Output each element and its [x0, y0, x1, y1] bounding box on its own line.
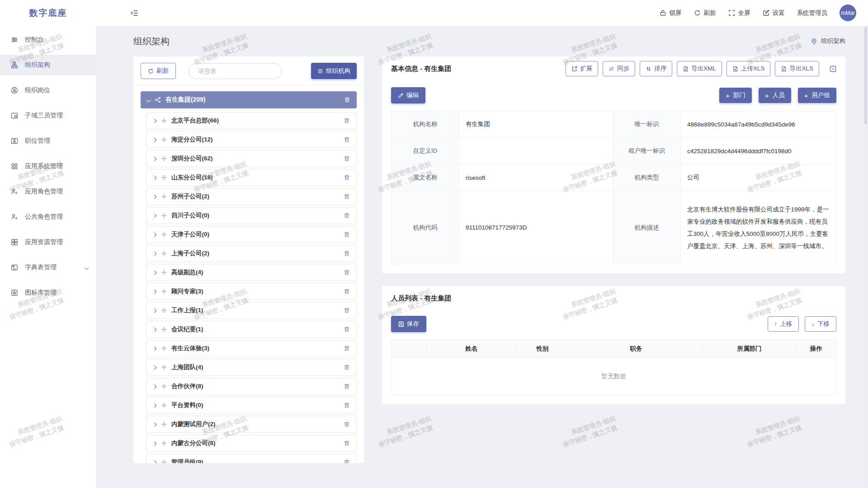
- field-value: 有生集团: [459, 111, 613, 138]
- chevron-right-icon[interactable]: [152, 422, 157, 427]
- sidebar-item-dictionary[interactable]: 字典表管理: [0, 257, 96, 278]
- chevron-right-icon[interactable]: [152, 403, 157, 408]
- delete-icon[interactable]: [344, 345, 350, 352]
- delete-icon[interactable]: [344, 250, 350, 257]
- chevron-right-icon[interactable]: [152, 441, 157, 446]
- tree-node[interactable]: 有生云体验(3): [146, 340, 357, 357]
- move-down-button[interactable]: ↓下移: [805, 316, 836, 332]
- tree-refresh-label: 刷新: [156, 67, 169, 75]
- delete-icon[interactable]: [344, 326, 350, 333]
- delete-icon[interactable]: [344, 288, 350, 295]
- tree-node[interactable]: 上海团队(4): [146, 359, 357, 376]
- add-person-button[interactable]: +人员: [759, 88, 791, 103]
- chevron-right-icon[interactable]: [152, 308, 157, 313]
- delete-icon[interactable]: [344, 269, 350, 276]
- tree-node[interactable]: 苏州子公司(2): [146, 188, 357, 205]
- sidebar-item-position-mgmt[interactable]: 职位管理: [0, 131, 96, 151]
- sidebar-item-app-resource[interactable]: 应用资源管理: [0, 232, 96, 253]
- chevron-right-icon[interactable]: [152, 137, 157, 142]
- sidebar-item-org-post[interactable]: 组织岗位: [0, 80, 96, 101]
- tree-node[interactable]: 四川子公司(0): [146, 207, 357, 224]
- sidebar-item-app-role[interactable]: 应用角色管理: [0, 181, 96, 202]
- org-structure-button[interactable]: 组织机构: [311, 63, 357, 79]
- search-input[interactable]: [198, 68, 278, 75]
- page-scrollbar[interactable]: [863, 26, 868, 488]
- move-up-button[interactable]: ↑上移: [768, 316, 799, 332]
- refresh-button[interactable]: 刷新: [694, 9, 716, 17]
- tree-node[interactable]: 海淀分公司(12): [146, 131, 357, 148]
- save-button[interactable]: 保存: [391, 316, 426, 332]
- sync-button[interactable]: 同步: [603, 61, 635, 76]
- tree-node[interactable]: 山东分公司(18): [146, 169, 357, 186]
- avatar[interactable]: mMar: [840, 5, 856, 21]
- delete-icon[interactable]: [344, 402, 350, 408]
- tree-node[interactable]: 工作上报(1): [146, 302, 357, 319]
- tree-node[interactable]: 合作伙伴(8): [146, 378, 357, 395]
- chevron-right-icon[interactable]: [152, 213, 157, 218]
- settings-button[interactable]: 设置: [763, 9, 785, 17]
- tree-node[interactable]: 高级副总(4): [146, 264, 357, 281]
- expand-button[interactable]: 扩展: [566, 61, 598, 76]
- delete-icon[interactable]: [344, 364, 350, 371]
- chevron-right-icon[interactable]: [152, 346, 157, 351]
- chevron-right-icon[interactable]: [152, 118, 157, 123]
- sidebar-item-console[interactable]: 控制台: [0, 29, 96, 50]
- fullscreen-button[interactable]: 全屏: [728, 9, 750, 17]
- chevron-right-icon[interactable]: [152, 289, 157, 294]
- edit-button[interactable]: 编辑: [391, 87, 425, 103]
- chevron-right-icon[interactable]: [152, 327, 157, 332]
- sidebar-item-public-role[interactable]: 公共角色管理: [0, 206, 96, 227]
- delete-icon[interactable]: [344, 193, 350, 200]
- delete-icon[interactable]: [344, 174, 350, 181]
- chevron-down-icon[interactable]: [146, 98, 151, 102]
- scrollbar-thumb[interactable]: [864, 27, 867, 124]
- tree-node[interactable]: 上海子公司(2): [146, 245, 357, 262]
- upload-xls-button[interactable]: 上传XLS: [726, 61, 771, 76]
- chevron-right-icon[interactable]: [152, 251, 157, 256]
- export-xls-button[interactable]: 导出XLS: [775, 61, 819, 76]
- tree-node[interactable]: 天津子公司(0): [146, 226, 357, 243]
- delete-icon[interactable]: [344, 97, 350, 103]
- add-user-group-button[interactable]: +用户组: [798, 88, 836, 103]
- add-department-button[interactable]: +部门: [719, 88, 752, 103]
- export-xml-button[interactable]: 导出XML: [677, 61, 722, 76]
- chevron-right-icon[interactable]: [152, 194, 157, 199]
- collapse-panel-icon[interactable]: [830, 66, 836, 72]
- sidebar-item-icon-library[interactable]: 图标库管理: [0, 282, 96, 303]
- delete-icon[interactable]: [344, 421, 350, 427]
- chevron-right-icon[interactable]: [152, 156, 157, 161]
- chevron-right-icon[interactable]: [152, 232, 157, 237]
- delete-icon[interactable]: [344, 383, 350, 389]
- tree-node[interactable]: 平台资料(0): [146, 397, 357, 414]
- tree-node[interactable]: 深圳分公司(62): [146, 150, 357, 167]
- chevron-right-icon[interactable]: [152, 460, 157, 463]
- delete-icon[interactable]: [344, 307, 350, 314]
- tree-node[interactable]: 顾问专家(3): [146, 283, 357, 300]
- delete-icon[interactable]: [344, 155, 350, 162]
- chevron-right-icon[interactable]: [152, 384, 157, 389]
- sidebar-item-org-structure[interactable]: 组织架构: [0, 55, 96, 75]
- tree-node[interactable]: 管理员组(9): [146, 454, 357, 463]
- tree-root-node[interactable]: 有生集团(209): [141, 91, 357, 108]
- chevron-right-icon[interactable]: [152, 365, 157, 370]
- lock-screen-button[interactable]: 锁屏: [660, 9, 682, 17]
- delete-icon[interactable]: [344, 136, 350, 143]
- chevron-right-icon[interactable]: [152, 270, 157, 275]
- current-user[interactable]: 系统管理员: [797, 9, 828, 17]
- basic-info-card: 基本信息 - 有生集团 扩展 同步: [382, 56, 845, 273]
- chevron-right-icon[interactable]: [152, 175, 157, 180]
- menu-fold-icon[interactable]: [131, 9, 138, 17]
- tree-node[interactable]: 内蒙测试用户(2): [146, 416, 357, 433]
- delete-icon[interactable]: [344, 459, 350, 463]
- tree-node[interactable]: 北京平台总部(66): [146, 112, 357, 129]
- sort-button[interactable]: 排序: [640, 61, 672, 76]
- sidebar-item-subdomain-admin[interactable]: 子域三员管理: [0, 105, 96, 126]
- tree-node[interactable]: 会议纪要(1): [146, 321, 357, 338]
- delete-icon[interactable]: [344, 440, 350, 446]
- delete-icon[interactable]: [344, 117, 350, 124]
- tree-refresh-button[interactable]: 刷新: [141, 63, 176, 79]
- sidebar-item-app-system[interactable]: 应用系统管理: [0, 156, 96, 177]
- tree-node[interactable]: 内蒙古分公司(8): [146, 435, 357, 452]
- delete-icon[interactable]: [344, 212, 350, 219]
- delete-icon[interactable]: [344, 231, 350, 238]
